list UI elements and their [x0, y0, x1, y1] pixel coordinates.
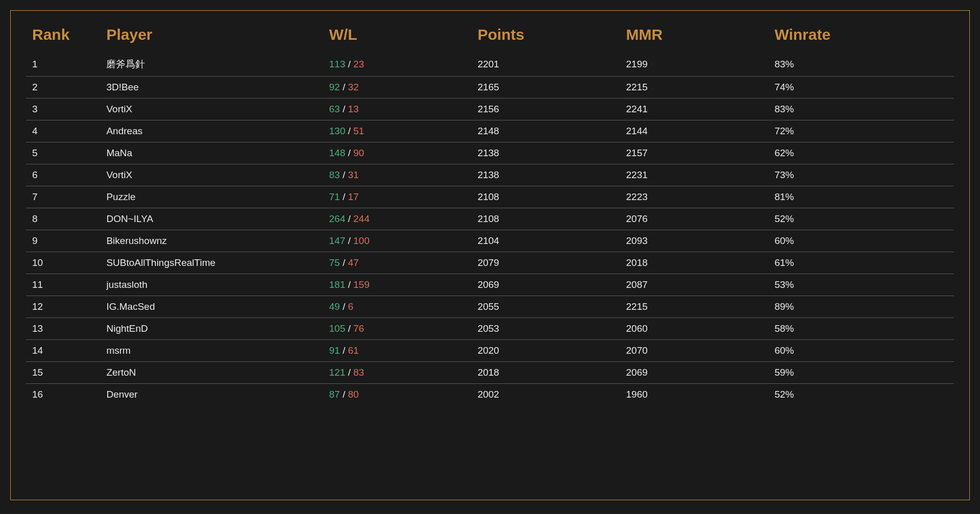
cell-player[interactable]: SUBtoAllThingsRealTime	[100, 252, 323, 274]
table-row[interactable]: 16Denver87 / 802002196052%	[26, 384, 954, 406]
wins-value: 91	[329, 345, 340, 356]
wl-separator: /	[340, 345, 348, 356]
cell-mmr: 2060	[620, 318, 769, 340]
cell-points: 2018	[472, 362, 620, 384]
cell-player[interactable]: NightEnD	[100, 318, 323, 340]
table-row[interactable]: 14msrm91 / 612020207060%	[26, 340, 954, 362]
cell-winrate: 60%	[768, 230, 954, 252]
table-row[interactable]: 13NightEnD105 / 762053206058%	[26, 318, 954, 340]
cell-player[interactable]: Denver	[100, 384, 323, 406]
cell-wl: 113 / 23	[323, 53, 472, 77]
cell-points: 2069	[472, 274, 620, 296]
table-row[interactable]: 1磨斧爲針113 / 232201219983%	[26, 53, 954, 77]
cell-winrate: 52%	[768, 208, 954, 230]
wl-separator: /	[345, 279, 353, 290]
cell-player[interactable]: IG.MacSed	[100, 296, 323, 318]
cell-player[interactable]: DON~ILYA	[100, 208, 323, 230]
cell-mmr: 2231	[620, 164, 769, 186]
table-header-row: Rank Player W/L Points MMR Winrate	[26, 21, 954, 53]
cell-rank: 12	[26, 296, 100, 318]
losses-value: 80	[348, 389, 359, 400]
wins-value: 75	[329, 257, 340, 268]
table-row[interactable]: 10SUBtoAllThingsRealTime75 / 47207920186…	[26, 252, 954, 274]
cell-player[interactable]: ZertoN	[100, 362, 323, 384]
wins-value: 71	[329, 191, 340, 202]
table-row[interactable]: 15ZertoN121 / 832018206959%	[26, 362, 954, 384]
wins-value: 92	[329, 82, 340, 92]
table-row[interactable]: 7Puzzle71 / 172108222381%	[26, 186, 954, 208]
cell-points: 2055	[472, 296, 620, 318]
header-rank[interactable]: Rank	[26, 21, 100, 53]
cell-rank: 13	[26, 318, 100, 340]
losses-value: 76	[353, 323, 364, 334]
wl-separator: /	[340, 191, 348, 202]
wins-value: 49	[329, 301, 340, 312]
cell-mmr: 1960	[620, 384, 769, 406]
cell-wl: 87 / 80	[323, 384, 472, 406]
wl-separator: /	[340, 104, 348, 114]
table-row[interactable]: 6VortiX83 / 312138223173%	[26, 164, 954, 186]
cell-mmr: 2215	[620, 77, 769, 99]
cell-points: 2201	[472, 53, 620, 77]
table-row[interactable]: 5MaNa148 / 902138215762%	[26, 142, 954, 164]
wl-separator: /	[345, 323, 353, 334]
losses-value: 244	[353, 213, 370, 224]
header-mmr[interactable]: MMR	[620, 21, 769, 53]
losses-value: 31	[348, 169, 359, 180]
cell-rank: 9	[26, 230, 100, 252]
header-winrate[interactable]: Winrate	[768, 21, 954, 53]
cell-player[interactable]: msrm	[100, 340, 323, 362]
cell-points: 2020	[472, 340, 620, 362]
table-row[interactable]: 4Andreas130 / 512148214472%	[26, 120, 954, 142]
cell-wl: 83 / 31	[323, 164, 472, 186]
header-player[interactable]: Player	[100, 21, 323, 53]
losses-value: 32	[348, 82, 359, 92]
losses-value: 6	[348, 301, 354, 312]
cell-player[interactable]: justasloth	[100, 274, 323, 296]
cell-player[interactable]: Andreas	[100, 120, 323, 142]
cell-wl: 91 / 61	[323, 340, 472, 362]
losses-value: 23	[353, 59, 364, 69]
cell-player[interactable]: VortiX	[100, 99, 323, 120]
cell-player[interactable]: 磨斧爲針	[100, 53, 323, 77]
wl-separator: /	[340, 169, 348, 180]
cell-mmr: 2199	[620, 53, 769, 77]
cell-winrate: 83%	[768, 53, 954, 77]
cell-winrate: 60%	[768, 340, 954, 362]
cell-player[interactable]: VortiX	[100, 164, 323, 186]
header-wl[interactable]: W/L	[323, 21, 472, 53]
cell-winrate: 53%	[768, 274, 954, 296]
cell-player[interactable]: MaNa	[100, 142, 323, 164]
header-points[interactable]: Points	[472, 21, 620, 53]
cell-winrate: 89%	[768, 296, 954, 318]
cell-rank: 2	[26, 77, 100, 99]
table-row[interactable]: 11justasloth181 / 1592069208753%	[26, 274, 954, 296]
cell-player[interactable]: Puzzle	[100, 186, 323, 208]
wl-separator: /	[340, 301, 348, 312]
cell-rank: 7	[26, 186, 100, 208]
cell-winrate: 52%	[768, 384, 954, 406]
wl-separator: /	[340, 82, 348, 92]
cell-rank: 1	[26, 53, 100, 77]
cell-rank: 3	[26, 99, 100, 120]
cell-player[interactable]: 3D!Bee	[100, 77, 323, 99]
cell-rank: 16	[26, 384, 100, 406]
table-row[interactable]: 23D!Bee92 / 322165221574%	[26, 77, 954, 99]
wl-separator: /	[345, 59, 353, 69]
table-row[interactable]: 3VortiX63 / 132156224183%	[26, 99, 954, 120]
losses-value: 13	[348, 104, 359, 114]
wl-separator: /	[345, 235, 353, 246]
cell-player[interactable]: Bikerushownz	[100, 230, 323, 252]
wins-value: 83	[329, 169, 340, 180]
leaderboard-table: Rank Player W/L Points MMR Winrate 1磨斧爲針…	[26, 21, 954, 405]
table-row[interactable]: 9Bikerushownz147 / 1002104209360%	[26, 230, 954, 252]
table-row[interactable]: 8DON~ILYA264 / 2442108207652%	[26, 208, 954, 230]
cell-points: 2108	[472, 208, 620, 230]
cell-wl: 264 / 244	[323, 208, 472, 230]
table-row[interactable]: 12IG.MacSed49 / 62055221589%	[26, 296, 954, 318]
cell-rank: 15	[26, 362, 100, 384]
losses-value: 90	[353, 148, 364, 158]
cell-winrate: 62%	[768, 142, 954, 164]
cell-points: 2138	[472, 164, 620, 186]
cell-mmr: 2076	[620, 208, 769, 230]
